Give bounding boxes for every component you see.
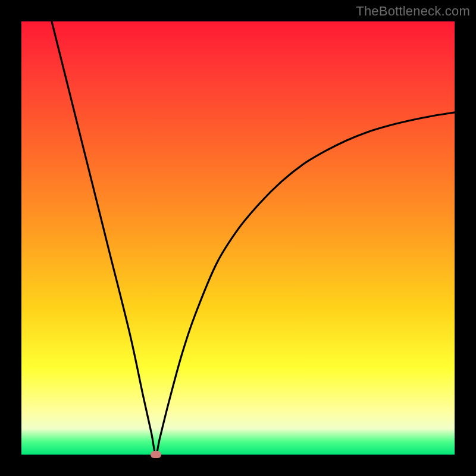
chart-frame: TheBottleneck.com <box>0 0 476 476</box>
watermark-text: TheBottleneck.com <box>356 4 470 19</box>
plot-area <box>21 21 455 455</box>
bottleneck-curve <box>21 21 455 455</box>
optimum-marker <box>151 451 161 458</box>
